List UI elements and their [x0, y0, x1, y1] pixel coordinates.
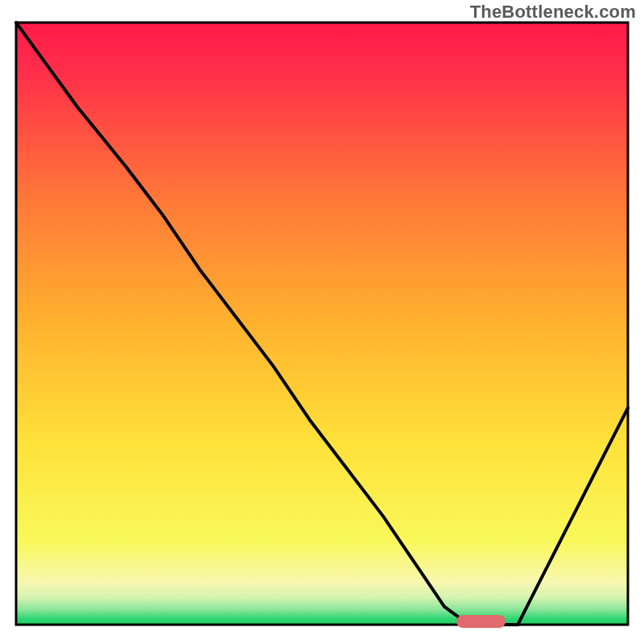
- plot-area: [16, 23, 628, 628]
- chart-container: TheBottleneck.com: [0, 0, 644, 644]
- optimal-range-marker: [456, 615, 506, 628]
- bottleneck-chart: [0, 0, 644, 644]
- background-gradient: [16, 23, 628, 625]
